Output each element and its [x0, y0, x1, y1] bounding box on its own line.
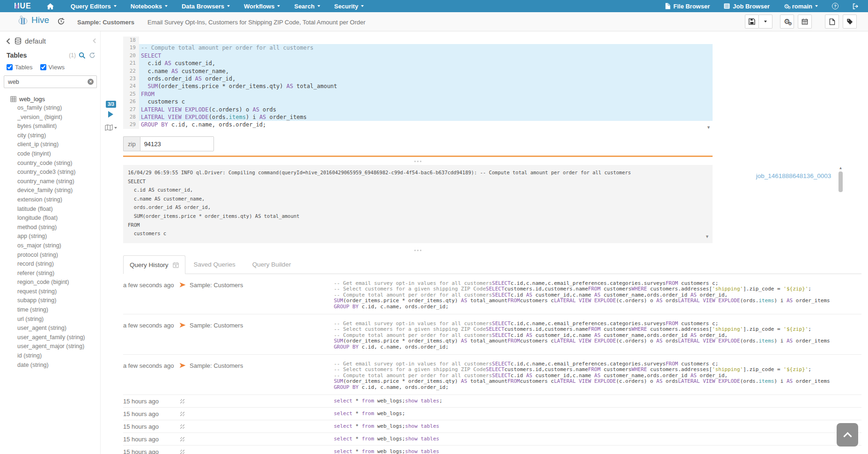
history-sql[interactable]: -- Get email survey opt-in values for al…	[334, 361, 861, 390]
scrollbar-thumb[interactable]	[839, 171, 843, 192]
editor-line[interactable]: 25FROM	[123, 90, 713, 98]
menu-notebooks[interactable]: Notebooks	[124, 0, 175, 12]
history-sql[interactable]: -- Get email survey opt-in values for al…	[334, 281, 861, 310]
history-sql[interactable]: select * from web_logs;show tables	[334, 449, 861, 454]
help-button[interactable]: ?	[825, 0, 846, 12]
query-history-icon[interactable]	[57, 17, 65, 25]
column-item[interactable]: code (tinyint)	[0, 149, 100, 159]
new-query-button[interactable]	[825, 15, 839, 29]
menu-security[interactable]: Security	[327, 0, 371, 12]
history-row[interactable]: 15 hours agoselect * from web_logs;show …	[123, 395, 861, 408]
menu-data-browsers[interactable]: Data Browsers	[175, 0, 237, 12]
menu-workflows[interactable]: Workflows	[237, 0, 287, 12]
history-sql[interactable]: select * from web_logs;show tables;	[334, 398, 861, 404]
code-editor[interactable]: 1819-- Compute total amount per order fo…	[123, 37, 713, 129]
table-search-input[interactable]	[4, 75, 97, 88]
editor-line[interactable]: 29GROUP BY c.id, c.name, ords.order_id;	[123, 121, 713, 128]
column-item[interactable]: country_name (string)	[0, 177, 100, 186]
navigator-button[interactable]	[105, 124, 117, 131]
column-item[interactable]: client_ip (string)	[0, 140, 100, 149]
column-item[interactable]: subapp (string)	[0, 296, 100, 305]
tab-saved-queries[interactable]: Saved Queries	[185, 255, 244, 274]
editor-line[interactable]: 24 SUM(order_items.price * order_items.q…	[123, 82, 713, 90]
column-item[interactable]: referer (string)	[0, 269, 100, 278]
editor-line[interactable]: 18	[123, 37, 713, 44]
column-item[interactable]: request (string)	[0, 287, 100, 297]
collapse-panel-icon[interactable]	[92, 38, 96, 44]
editor-scroll-down-icon[interactable]: ▼	[706, 125, 711, 130]
editor-line[interactable]: 26 customers c	[123, 98, 713, 105]
filter-tables-checkbox[interactable]: Tables	[7, 64, 33, 71]
scroll-up-icon[interactable]: ▲	[838, 166, 843, 171]
column-item[interactable]: longitude (float)	[0, 214, 100, 223]
history-sql[interactable]: select * from web_logs;	[334, 411, 861, 417]
scroll-to-top-button[interactable]	[837, 423, 858, 447]
log-scroll-down-icon[interactable]: ▼	[705, 234, 709, 239]
history-query-name[interactable]: Sample: Customers	[190, 361, 334, 390]
filter-views-checkbox[interactable]: Views	[40, 64, 65, 71]
execute-button[interactable]	[108, 111, 113, 118]
resize-grip[interactable]	[123, 250, 713, 251]
column-item[interactable]: time (string)	[0, 305, 100, 315]
editor-line[interactable]: 19-- Compute total amount per order for …	[123, 44, 713, 52]
search-icon[interactable]	[79, 52, 86, 59]
clear-history-icon[interactable]	[173, 262, 179, 268]
database-name[interactable]: default	[25, 37, 46, 45]
settings-button[interactable]: ⚙⚙	[780, 15, 794, 29]
save-dropdown-button[interactable]	[758, 15, 772, 29]
hue-logo[interactable]: HUE	[14, 2, 31, 10]
column-item[interactable]: url (string)	[0, 315, 100, 324]
history-row[interactable]: a few seconds agoSample: Customers-- Get…	[123, 274, 861, 314]
column-item[interactable]: user_agent_major (string)	[0, 342, 100, 351]
editor-line[interactable]: 23 ords.order_id AS order_id,	[123, 75, 713, 82]
column-item[interactable]: latitude (float)	[0, 205, 100, 214]
column-item[interactable]: city (string)	[0, 131, 100, 141]
logout-button[interactable]	[846, 0, 868, 12]
history-sql[interactable]: select * from web_logs;show tables	[334, 436, 861, 442]
editor-line[interactable]: 28LATERAL VIEW EXPLODE(ords.items) i AS …	[123, 113, 713, 121]
file-browser-button[interactable]: File Browser	[658, 0, 717, 12]
home-button[interactable]	[40, 0, 64, 12]
menu-query-editors[interactable]: Query Editors	[64, 0, 124, 12]
history-row[interactable]: 15 hours agoselect * from web_logs;	[123, 408, 861, 420]
column-item[interactable]: country_code3 (string)	[0, 168, 100, 177]
history-sql[interactable]: -- Get email survey opt-in values for al…	[334, 321, 861, 350]
job-browser-button[interactable]: Job Browser	[717, 0, 777, 12]
column-item[interactable]: extension (string)	[0, 195, 100, 205]
table-web-logs[interactable]: web_logs	[7, 96, 100, 103]
column-item[interactable]: record (string)	[0, 260, 100, 269]
tables-checkbox-input[interactable]	[7, 64, 13, 70]
tab-query-history[interactable]: Query History	[123, 255, 185, 274]
history-row[interactable]: 15 hours agoselect * from web_logs;show …	[123, 446, 861, 454]
clear-search-icon[interactable]: ✕	[88, 79, 94, 85]
user-menu[interactable]: ⚙⚙ romain	[777, 0, 825, 12]
history-row[interactable]: a few seconds agoSample: Customers-- Get…	[123, 314, 861, 355]
column-item[interactable]: date (string)	[0, 361, 100, 370]
column-item[interactable]: os_family (string)	[0, 104, 100, 113]
history-sql[interactable]: select * from web_logs;show tables	[334, 424, 861, 429]
history-row[interactable]: 15 hours agoselect * from web_logs;show …	[123, 420, 861, 433]
history-query-name[interactable]: Sample: Customers	[190, 281, 334, 310]
column-item[interactable]: os_major (string)	[0, 241, 100, 251]
editor-line[interactable]: 20SELECT	[123, 52, 713, 60]
column-item[interactable]: app (string)	[0, 232, 100, 241]
refresh-icon[interactable]	[89, 52, 96, 59]
editor-line[interactable]: 27LATERAL VIEW EXPLODE(c.orders) o AS or…	[123, 106, 713, 113]
hive-brand[interactable]: Hive	[17, 15, 49, 25]
tab-query-builder[interactable]: Query Builder	[244, 255, 300, 274]
history-row[interactable]: 15 hours agoselect * from web_logs;show …	[123, 433, 861, 446]
resize-grip[interactable]	[123, 161, 713, 162]
column-item[interactable]: id (string)	[0, 351, 100, 361]
history-row[interactable]: a few seconds agoSample: Customers-- Get…	[123, 355, 861, 395]
tags-button[interactable]	[843, 15, 857, 29]
column-item[interactable]: user_agent (string)	[0, 324, 100, 333]
column-item[interactable]: bytes (smallint)	[0, 122, 100, 131]
column-item[interactable]: _version_ (bigint)	[0, 113, 100, 122]
column-item[interactable]: protocol (string)	[0, 251, 100, 260]
save-button[interactable]	[745, 15, 759, 29]
job-link[interactable]: job_1461888648136_0003	[756, 172, 831, 179]
log-output[interactable]: 16/04/29 06:59:55 INFO ql.Driver: Compil…	[123, 165, 713, 243]
column-item[interactable]: region_code (bigint)	[0, 278, 100, 287]
schedule-button[interactable]	[798, 15, 812, 29]
column-item[interactable]: country_code (string)	[0, 159, 100, 168]
